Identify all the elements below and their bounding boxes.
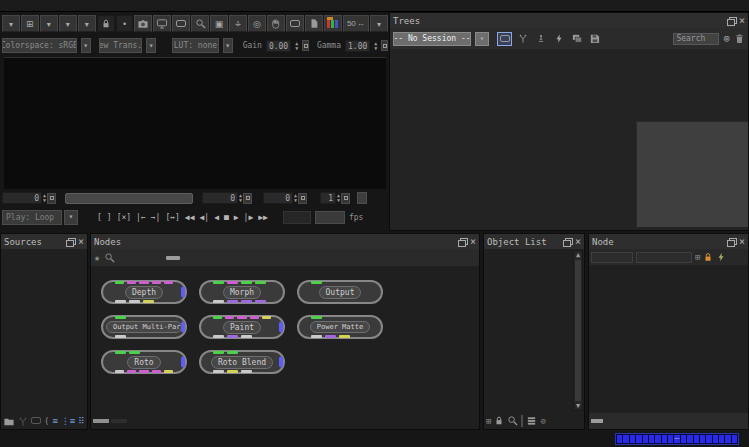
lock-button[interactable] bbox=[97, 15, 115, 32]
disable-button[interactable]: ⊘ bbox=[540, 416, 545, 426]
lut-chevron-icon[interactable]: ▾ bbox=[223, 38, 233, 53]
range-end-value[interactable]: 0 bbox=[263, 192, 293, 204]
single-view-button[interactable] bbox=[497, 32, 512, 46]
step-spinbox[interactable]: 1 ▲▼ bbox=[320, 192, 350, 204]
float-panel-icon[interactable] bbox=[727, 238, 736, 246]
viewer-canvas[interactable] bbox=[4, 57, 386, 189]
range-start-spinbox[interactable]: 0 ▲▼ bbox=[202, 192, 252, 204]
nodes-category-tab[interactable] bbox=[230, 256, 244, 260]
node-paint[interactable]: Paint bbox=[199, 315, 285, 339]
range-start-value[interactable]: 0 bbox=[202, 192, 238, 204]
clear-search-icon[interactable]: ⊗ bbox=[723, 33, 730, 44]
gain-reset-button[interactable] bbox=[302, 40, 309, 51]
fps-input[interactable] bbox=[315, 211, 345, 224]
thumbnails-button[interactable] bbox=[569, 32, 584, 46]
nodes-category-tab[interactable] bbox=[182, 256, 196, 260]
nodes-category-tab[interactable] bbox=[166, 256, 180, 260]
nodes-category-tab[interactable] bbox=[198, 256, 212, 260]
range-lock-button[interactable] bbox=[357, 192, 367, 204]
bracket-view-button[interactable]: ( bbox=[44, 416, 49, 426]
add-object-button[interactable]: ⊞ bbox=[486, 416, 491, 426]
fit-view-button[interactable] bbox=[172, 15, 190, 32]
filter-field-button[interactable] bbox=[521, 416, 523, 426]
channel-display-button[interactable] bbox=[324, 15, 342, 32]
broadcast-monitor-button[interactable] bbox=[153, 15, 171, 32]
stand-button[interactable] bbox=[533, 32, 548, 46]
nodes-category-tab[interactable] bbox=[246, 256, 260, 260]
node-preset-field[interactable] bbox=[636, 252, 692, 263]
node-roto-blend[interactable]: Roto Blend bbox=[199, 350, 285, 374]
close-panel-icon[interactable]: × bbox=[575, 237, 581, 246]
step-forward[interactable]: |▶ bbox=[243, 213, 255, 222]
range-start-stepper[interactable]: ▲▼ bbox=[239, 193, 242, 203]
gamma-value[interactable]: 1.00 bbox=[345, 40, 370, 52]
goto-out[interactable]: →| bbox=[150, 213, 162, 222]
view-dropdown-2-button[interactable]: ▾ bbox=[59, 15, 77, 32]
step-value[interactable]: 1 bbox=[320, 192, 336, 204]
play-mode-dropdown[interactable]: Play: Loop bbox=[2, 210, 62, 225]
nodes-bottom-tab[interactable] bbox=[111, 419, 127, 423]
gamma-reset-button[interactable] bbox=[381, 40, 388, 51]
tree-button[interactable] bbox=[515, 32, 530, 46]
save-button[interactable] bbox=[587, 32, 602, 46]
range-end-spinbox[interactable]: 0 ▲▼ bbox=[263, 192, 307, 204]
session-chevron-icon[interactable]: ▾ bbox=[475, 32, 489, 46]
zoom-level-button[interactable]: 50↔ bbox=[343, 15, 370, 32]
clear-marks[interactable]: [×] bbox=[116, 213, 132, 222]
view-list-button[interactable]: ⋮≡ bbox=[61, 416, 75, 426]
node-panel-tab[interactable] bbox=[633, 419, 645, 423]
search-input[interactable] bbox=[673, 33, 719, 45]
trees-canvas[interactable] bbox=[390, 49, 748, 229]
search-objects-button[interactable] bbox=[507, 415, 518, 426]
scroll-down-icon[interactable]: ▼ bbox=[576, 402, 580, 410]
range-end-stepper[interactable]: ▲▼ bbox=[294, 193, 297, 203]
node-output-multi-part[interactable]: Output Multi-Part bbox=[101, 315, 187, 339]
step-back[interactable]: ◀| bbox=[198, 213, 210, 222]
lock-object-button[interactable] bbox=[494, 415, 504, 426]
range-start-reset-button[interactable] bbox=[243, 193, 252, 204]
proxy-page-button[interactable] bbox=[305, 15, 323, 32]
goto-end[interactable]: ▶▶ bbox=[257, 213, 269, 222]
session-selector[interactable]: -- No Session -- bbox=[393, 32, 471, 46]
node-roto[interactable]: Roto bbox=[101, 350, 187, 374]
view-grid-button[interactable]: ⠿ bbox=[78, 416, 85, 426]
zoom-dropdown-button[interactable]: ▾ bbox=[370, 15, 388, 32]
snapshot-button[interactable] bbox=[134, 15, 152, 32]
pan-zoom-button[interactable]: ↔↕ bbox=[229, 15, 247, 32]
source-box-button[interactable] bbox=[31, 416, 41, 426]
step-stepper[interactable]: ▲▼ bbox=[337, 193, 340, 203]
close-panel-icon[interactable]: × bbox=[739, 237, 745, 246]
scroll-up-icon[interactable]: ▲ bbox=[576, 251, 580, 259]
node-name-field[interactable] bbox=[591, 252, 633, 263]
play[interactable]: ▶ bbox=[233, 213, 240, 222]
colorspace-dropdown[interactable]: Colorspace: sRGB bbox=[2, 38, 77, 53]
float-panel-icon[interactable] bbox=[458, 238, 467, 246]
nodes-category-tab[interactable] bbox=[150, 256, 164, 260]
object-list-scrollbar[interactable]: ▲ ▼ bbox=[573, 250, 583, 411]
layers-button[interactable] bbox=[526, 415, 537, 426]
nodes-category-tab[interactable] bbox=[134, 256, 148, 260]
node-power-matte[interactable]: Power Matte bbox=[297, 315, 383, 339]
layout-dropdown-button[interactable]: ▾ bbox=[2, 15, 20, 32]
node-panel-tab[interactable] bbox=[591, 419, 603, 423]
source-tree-button[interactable] bbox=[18, 416, 28, 427]
node-panel-tab[interactable] bbox=[605, 419, 617, 423]
colorspace-chevron-icon[interactable]: ▾ bbox=[81, 38, 91, 53]
nodes-category-tab[interactable] bbox=[118, 256, 132, 260]
process-bolt-button[interactable] bbox=[551, 32, 566, 46]
gain-stepper[interactable]: ▲▼ bbox=[295, 41, 298, 51]
goto-start[interactable]: ◀◀ bbox=[184, 213, 196, 222]
play-backward[interactable]: ◀ bbox=[213, 213, 220, 222]
lock-icon[interactable] bbox=[703, 252, 713, 262]
gain-value[interactable]: 0.00 bbox=[266, 40, 291, 52]
frame-reset-button[interactable] bbox=[47, 193, 56, 204]
node-panel-tab[interactable] bbox=[619, 419, 631, 423]
lut-dropdown[interactable]: LUT: none bbox=[172, 38, 218, 53]
mark-out[interactable]: ] bbox=[106, 213, 113, 222]
scrollbar-thumb[interactable] bbox=[575, 260, 581, 401]
gamma-stepper[interactable]: ▲▼ bbox=[374, 41, 377, 51]
nodes-bottom-tab[interactable] bbox=[93, 419, 109, 423]
node-morph[interactable]: Morph bbox=[199, 280, 285, 304]
view-transform-chevron-icon[interactable]: ▾ bbox=[146, 38, 156, 53]
nodes-category-tab[interactable] bbox=[214, 256, 228, 260]
